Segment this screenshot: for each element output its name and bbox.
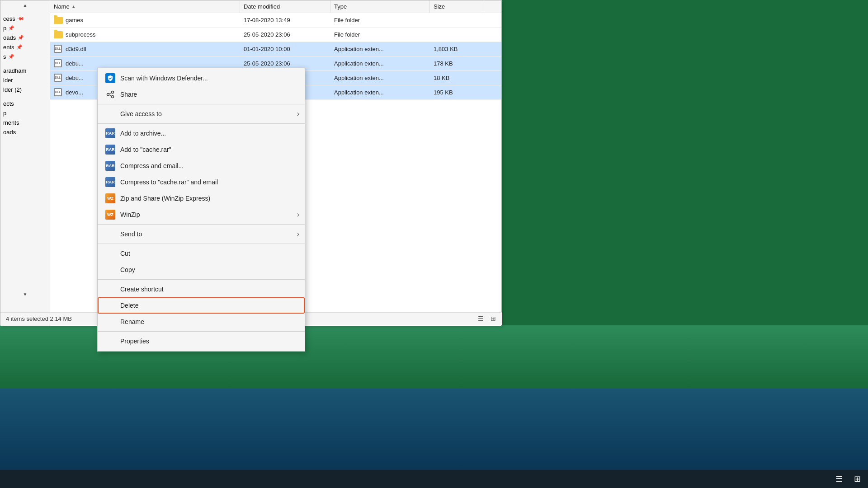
sidebar-scroll-up[interactable]: ▲ <box>0 0 50 9</box>
cell-date-games: 17-08-2020 13:49 <box>240 13 330 27</box>
sidebar-item-label: p <box>3 110 6 117</box>
menu-item-share[interactable]: Share <box>98 86 305 103</box>
sidebar-item-ects[interactable]: ects <box>0 99 50 108</box>
sidebar-item-1[interactable]: p 📌 <box>0 23 50 33</box>
menu-item-scan[interactable]: Scan with Windows Defender... <box>98 70 305 86</box>
send-to-icon <box>105 229 116 239</box>
sidebar-item-label: lder (2) <box>3 86 22 93</box>
sidebar-item-ments[interactable]: ments <box>0 118 50 127</box>
pin-icon: 📌 <box>8 54 14 60</box>
table-row[interactable]: games 17-08-2020 13:49 File folder <box>50 13 501 28</box>
view-grid-button[interactable]: ⊞ <box>488 314 499 323</box>
winzip-icon: WZ <box>105 209 116 220</box>
sidebar-item-label: cess <box>3 15 15 22</box>
pin-icon: 📌 <box>18 35 24 41</box>
menu-item-label: Compress to "cache.rar" and email <box>120 178 218 186</box>
background-water <box>0 389 868 470</box>
menu-item-add-cache-rar[interactable]: RAR Add to "cache.rar" <box>98 141 305 158</box>
cell-type-debu1: Application exten... <box>330 56 430 70</box>
sidebar-item-label: oads <box>3 129 16 136</box>
svg-point-2 <box>112 96 114 98</box>
sidebar-item-2[interactable]: oads 📌 <box>0 33 50 42</box>
pin-icon: 📌 <box>16 44 23 50</box>
taskbar-grid-icon[interactable]: ⊞ <box>850 472 864 486</box>
cell-type-debu2: Application exten... <box>330 71 430 85</box>
context-menu: Scan with Windows Defender... Share Give… <box>97 68 305 352</box>
pin-icon: 📌 <box>8 25 14 31</box>
col-header-size[interactable]: Size <box>430 0 484 13</box>
menu-item-compress-email[interactable]: RAR Compress and email... <box>98 158 305 174</box>
menu-item-properties[interactable]: Properties <box>98 333 305 349</box>
cell-name-d3d9: DLL d3d9.dll <box>50 42 240 56</box>
menu-separator <box>98 244 305 244</box>
sidebar-item-p2[interactable]: p <box>0 108 50 118</box>
taskbar-view-icon[interactable]: ☰ <box>832 472 846 486</box>
menu-item-send-to[interactable]: Send to <box>98 226 305 242</box>
sort-arrow-name: ▲ <box>71 4 76 9</box>
cell-type-subprocess: File folder <box>330 28 430 42</box>
cell-date-d3d9: 01-01-2020 10:00 <box>240 42 330 56</box>
col-header-type[interactable]: Type <box>330 0 430 13</box>
table-row[interactable]: DLL d3d9.dll 01-01-2020 10:00 Applicatio… <box>50 42 501 56</box>
col-header-name[interactable]: Name ▲ <box>50 0 240 13</box>
menu-item-rename[interactable]: Rename <box>98 314 305 330</box>
sidebar-item-lder[interactable]: lder <box>0 75 50 85</box>
delete-icon <box>105 300 116 311</box>
properties-icon <box>105 336 116 347</box>
cut-icon <box>105 248 116 259</box>
sidebar-item-lder2[interactable]: lder (2) <box>0 85 50 94</box>
table-header: Name ▲ Date modified Type Size <box>50 0 501 13</box>
svg-line-3 <box>109 93 112 94</box>
menu-separator <box>98 123 305 124</box>
winzip-icon: WZ <box>105 193 116 204</box>
sidebar-item-label: lder <box>3 77 13 84</box>
defender-icon <box>105 73 116 84</box>
copy-icon <box>105 264 116 275</box>
menu-item-create-shortcut[interactable]: Create shortcut <box>98 281 305 297</box>
rar-icon: RAR <box>105 128 116 139</box>
sidebar-item-label: s <box>3 53 6 60</box>
menu-item-winzip[interactable]: WZ WinZip <box>98 206 305 223</box>
cell-size-d3d9: 1,803 KB <box>430 42 484 56</box>
menu-item-label: Share <box>120 91 137 98</box>
menu-item-label: Compress and email... <box>120 162 184 169</box>
cell-size-debu1: 178 KB <box>430 56 484 70</box>
create-shortcut-icon <box>105 284 116 295</box>
cell-type-d3d9: Application exten... <box>330 42 430 56</box>
sidebar-item-3[interactable]: ents 📌 <box>0 42 50 52</box>
folder-icon <box>54 31 63 38</box>
menu-item-add-archive[interactable]: RAR Add to archive... <box>98 125 305 141</box>
sidebar-item-aradham[interactable]: aradham <box>0 66 50 75</box>
sidebar-item-0[interactable]: cess 📌 <box>0 14 50 23</box>
status-text: 4 items selected 2.14 MB <box>6 315 72 322</box>
view-list-button[interactable]: ☰ <box>475 314 486 323</box>
svg-point-1 <box>107 94 109 96</box>
col-header-date[interactable]: Date modified <box>240 0 330 13</box>
sidebar-scroll-down[interactable]: ▼ <box>0 290 50 299</box>
sidebar-item-oads[interactable]: oads <box>0 127 50 137</box>
menu-item-copy[interactable]: Copy <box>98 262 305 278</box>
menu-item-zip-share[interactable]: WZ Zip and Share (WinZip Express) <box>98 190 305 206</box>
cell-type-devo: Application exten... <box>330 85 430 99</box>
dll-icon: DLL <box>54 88 63 97</box>
menu-item-label: Scan with Windows Defender... <box>120 75 208 82</box>
menu-item-cut[interactable]: Cut <box>98 245 305 262</box>
cell-date-subprocess: 25-05-2020 23:06 <box>240 28 330 42</box>
table-row[interactable]: subprocess 25-05-2020 23:06 File folder <box>50 28 501 42</box>
menu-item-label: Give access to <box>120 110 162 117</box>
svg-line-4 <box>109 95 112 96</box>
dll-icon: DLL <box>54 59 63 68</box>
cell-name-games: games <box>50 13 240 27</box>
menu-item-label: Add to archive... <box>120 130 166 137</box>
cell-type-games: File folder <box>330 13 430 27</box>
menu-item-delete[interactable]: Delete <box>98 297 305 314</box>
menu-item-compress-cache-email[interactable]: RAR Compress to "cache.rar" and email <box>98 174 305 190</box>
menu-item-label: Cut <box>120 250 130 257</box>
sidebar-item-4[interactable]: s 📌 <box>0 52 50 61</box>
dll-icon: DLL <box>54 74 63 83</box>
cell-size-games <box>430 13 484 27</box>
menu-item-label: Zip and Share (WinZip Express) <box>120 195 210 202</box>
taskbar-right: ☰ ⊞ <box>832 472 864 486</box>
menu-item-give-access[interactable]: Give access to <box>98 106 305 122</box>
cell-size-debu2: 18 KB <box>430 71 484 85</box>
